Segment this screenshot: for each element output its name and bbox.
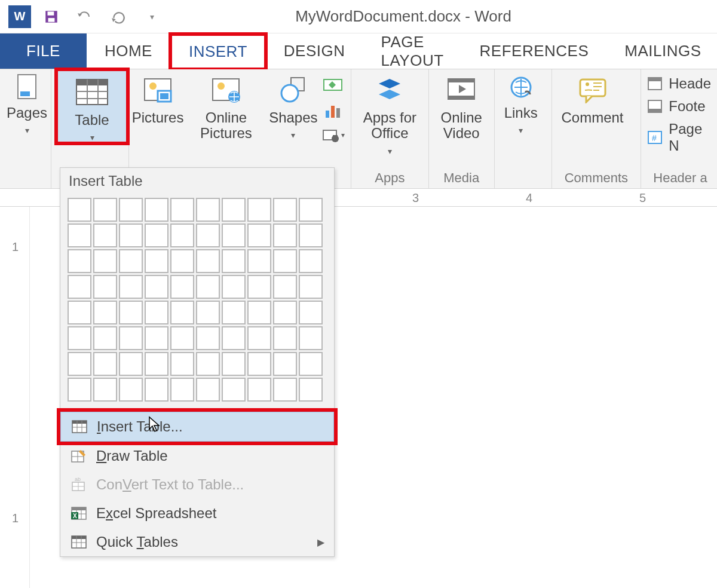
table-grid-picker[interactable] (60, 194, 334, 409)
grid-cell[interactable] (170, 275, 194, 299)
grid-cell[interactable] (222, 378, 246, 402)
page-number-button[interactable]: # Page N (647, 121, 711, 154)
grid-cell[interactable] (119, 301, 143, 324)
grid-cell[interactable] (196, 249, 220, 273)
grid-cell[interactable] (299, 301, 323, 324)
tab-design[interactable]: DESIGN (266, 33, 363, 69)
grid-cell[interactable] (196, 352, 220, 376)
grid-cell[interactable] (273, 223, 297, 247)
header-button[interactable]: Heade (647, 75, 711, 92)
grid-cell[interactable] (68, 249, 91, 273)
grid-cell[interactable] (247, 378, 271, 402)
grid-cell[interactable] (145, 301, 168, 324)
grid-cell[interactable] (93, 352, 117, 376)
online-pictures-button[interactable]: Online Pictures (186, 71, 266, 142)
grid-cell[interactable] (145, 198, 168, 222)
grid-cell[interactable] (196, 275, 220, 299)
grid-cell[interactable] (222, 301, 246, 324)
tab-references[interactable]: REFERENCES (462, 33, 607, 69)
grid-cell[interactable] (299, 326, 323, 350)
grid-cell[interactable] (273, 275, 297, 299)
grid-cell[interactable] (247, 301, 271, 324)
grid-cell[interactable] (299, 198, 323, 222)
grid-cell[interactable] (170, 301, 194, 324)
grid-cell[interactable] (68, 352, 91, 376)
grid-cell[interactable] (273, 378, 297, 402)
vertical-ruler[interactable]: 1 1 (0, 207, 30, 588)
menu-quick-tables[interactable]: Quick Tables ▶ (60, 528, 334, 556)
grid-cell[interactable] (273, 352, 297, 376)
grid-cell[interactable] (119, 378, 143, 402)
grid-cell[interactable] (68, 378, 91, 402)
grid-cell[interactable] (145, 352, 168, 376)
grid-cell[interactable] (93, 198, 117, 222)
redo-icon[interactable] (109, 7, 128, 26)
grid-cell[interactable] (170, 198, 194, 222)
grid-cell[interactable] (145, 378, 168, 402)
grid-cell[interactable] (222, 249, 246, 273)
grid-cell[interactable] (273, 301, 297, 324)
chart-button[interactable] (321, 99, 345, 121)
smartart-button[interactable] (321, 74, 345, 96)
grid-cell[interactable] (170, 249, 194, 273)
grid-cell[interactable] (273, 198, 297, 222)
grid-cell[interactable] (119, 275, 143, 299)
grid-cell[interactable] (119, 223, 143, 247)
grid-cell[interactable] (119, 326, 143, 350)
undo-icon[interactable] (75, 7, 94, 26)
grid-cell[interactable] (93, 326, 117, 350)
table-button[interactable]: Table ▾ (57, 71, 127, 142)
grid-cell[interactable] (170, 378, 194, 402)
qat-customize-icon[interactable]: ▾ (142, 7, 161, 26)
grid-cell[interactable] (247, 275, 271, 299)
grid-cell[interactable] (196, 198, 220, 222)
grid-cell[interactable] (145, 275, 168, 299)
grid-cell[interactable] (93, 223, 117, 247)
grid-cell[interactable] (299, 378, 323, 402)
grid-cell[interactable] (93, 275, 117, 299)
grid-cell[interactable] (247, 352, 271, 376)
grid-cell[interactable] (145, 249, 168, 273)
tab-home[interactable]: HOME (87, 33, 170, 69)
grid-cell[interactable] (68, 301, 91, 324)
grid-cell[interactable] (93, 301, 117, 324)
grid-cell[interactable] (170, 352, 194, 376)
save-icon[interactable] (42, 7, 61, 26)
grid-cell[interactable] (222, 326, 246, 350)
grid-cell[interactable] (299, 352, 323, 376)
grid-cell[interactable] (68, 326, 91, 350)
grid-cell[interactable] (68, 223, 91, 247)
tab-mailings[interactable]: MAILINGS (606, 33, 717, 69)
links-button[interactable]: Links ▾ (501, 71, 541, 135)
comment-button[interactable]: Comment (558, 71, 627, 125)
grid-cell[interactable] (170, 223, 194, 247)
menu-insert-table[interactable]: Insert Table... (60, 412, 334, 442)
menu-excel-spreadsheet[interactable]: X Excel Spreadsheet (60, 499, 334, 528)
grid-cell[interactable] (299, 223, 323, 247)
grid-cell[interactable] (247, 198, 271, 222)
grid-cell[interactable] (93, 378, 117, 402)
grid-cell[interactable] (196, 326, 220, 350)
grid-cell[interactable] (222, 275, 246, 299)
grid-cell[interactable] (273, 326, 297, 350)
grid-cell[interactable] (68, 275, 91, 299)
grid-cell[interactable] (247, 326, 271, 350)
grid-cell[interactable] (145, 223, 168, 247)
grid-cell[interactable] (93, 249, 117, 273)
grid-cell[interactable] (68, 198, 91, 222)
grid-cell[interactable] (299, 275, 323, 299)
grid-cell[interactable] (196, 301, 220, 324)
apps-for-office-button[interactable]: Apps for Office ▾ (357, 71, 422, 156)
tab-insert[interactable]: INSERT (170, 34, 266, 69)
grid-cell[interactable] (119, 352, 143, 376)
grid-cell[interactable] (145, 326, 168, 350)
grid-cell[interactable] (170, 326, 194, 350)
grid-cell[interactable] (247, 223, 271, 247)
shapes-button[interactable]: Shapes ▾ (272, 71, 315, 140)
pictures-button[interactable]: Pictures (135, 71, 180, 125)
grid-cell[interactable] (273, 249, 297, 273)
grid-cell[interactable] (222, 352, 246, 376)
tab-file[interactable]: FILE (0, 33, 87, 69)
grid-cell[interactable] (222, 198, 246, 222)
grid-cell[interactable] (299, 249, 323, 273)
